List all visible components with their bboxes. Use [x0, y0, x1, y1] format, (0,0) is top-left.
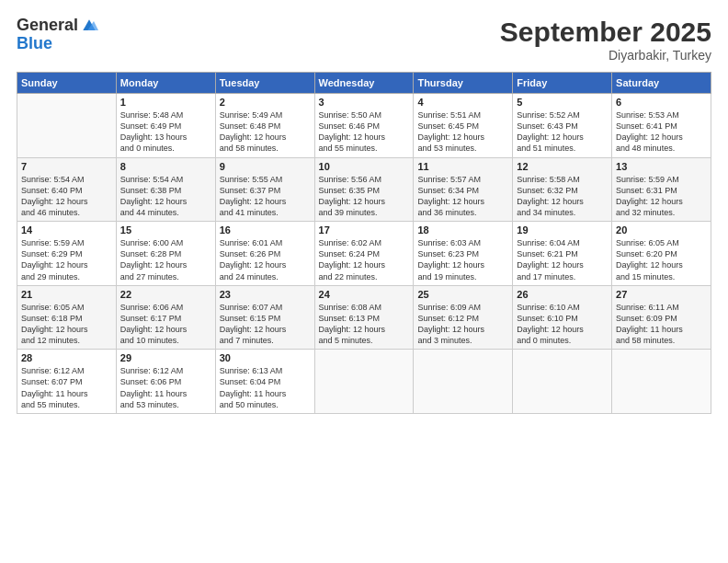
day-info: Sunrise: 6:09 AM Sunset: 6:12 PM Dayligh…: [417, 302, 508, 347]
logo-blue: Blue: [17, 35, 98, 53]
calendar-header-row: SundayMondayTuesdayWednesdayThursdayFrid…: [17, 73, 711, 94]
day-number: 25: [417, 289, 508, 300]
day-info: Sunrise: 5:57 AM Sunset: 6:34 PM Dayligh…: [417, 174, 508, 219]
day-number: 4: [417, 97, 508, 108]
calendar-cell: [612, 350, 711, 414]
calendar-cell: 21Sunrise: 6:05 AM Sunset: 6:18 PM Dayli…: [17, 285, 117, 350]
calendar-week-row: 28Sunrise: 6:12 AM Sunset: 6:07 PM Dayli…: [17, 350, 711, 414]
day-number: 8: [120, 161, 211, 172]
header: General Blue September 2025 Diyarbakir, …: [17, 17, 711, 63]
day-number: 12: [517, 161, 608, 172]
calendar-table: SundayMondayTuesdayWednesdayThursdayFrid…: [17, 72, 711, 414]
calendar-cell: 26Sunrise: 6:10 AM Sunset: 6:10 PM Dayli…: [513, 285, 612, 350]
calendar-header-monday: Monday: [116, 73, 215, 94]
calendar-cell: [314, 350, 414, 414]
day-number: 16: [220, 224, 311, 236]
calendar-cell: 8Sunrise: 5:54 AM Sunset: 6:38 PM Daylig…: [116, 157, 215, 222]
calendar-cell: 11Sunrise: 5:57 AM Sunset: 6:34 PM Dayli…: [414, 157, 513, 222]
calendar-cell: [513, 350, 612, 414]
day-number: 13: [616, 161, 707, 172]
calendar-cell: 18Sunrise: 6:03 AM Sunset: 6:23 PM Dayli…: [414, 222, 513, 286]
calendar-header-saturday: Saturday: [612, 73, 711, 94]
day-number: 26: [517, 289, 608, 300]
day-info: Sunrise: 6:08 AM Sunset: 6:13 PM Dayligh…: [319, 302, 410, 347]
calendar-cell: 27Sunrise: 6:11 AM Sunset: 6:09 PM Dayli…: [612, 285, 711, 350]
calendar-cell: [17, 94, 117, 158]
day-number: 18: [417, 224, 508, 236]
day-number: 29: [120, 352, 211, 363]
calendar-cell: 12Sunrise: 5:58 AM Sunset: 6:32 PM Dayli…: [513, 157, 612, 222]
logo-icon: [80, 17, 98, 35]
day-number: 24: [319, 289, 410, 300]
calendar-cell: 10Sunrise: 5:56 AM Sunset: 6:35 PM Dayli…: [314, 157, 414, 222]
day-number: 30: [220, 352, 311, 363]
day-info: Sunrise: 5:48 AM Sunset: 6:49 PM Dayligh…: [120, 109, 211, 155]
day-number: 15: [120, 224, 211, 236]
day-number: 10: [319, 161, 410, 172]
calendar-cell: 23Sunrise: 6:07 AM Sunset: 6:15 PM Dayli…: [215, 285, 314, 350]
calendar-cell: 19Sunrise: 6:04 AM Sunset: 6:21 PM Dayli…: [513, 222, 612, 286]
day-number: 7: [21, 161, 112, 172]
calendar-week-row: 7Sunrise: 5:54 AM Sunset: 6:40 PM Daylig…: [17, 157, 711, 222]
day-info: Sunrise: 6:05 AM Sunset: 6:18 PM Dayligh…: [21, 302, 112, 347]
day-info: Sunrise: 5:54 AM Sunset: 6:40 PM Dayligh…: [21, 174, 112, 219]
calendar-week-row: 1Sunrise: 5:48 AM Sunset: 6:49 PM Daylig…: [17, 94, 711, 158]
day-number: 19: [517, 224, 608, 236]
calendar-cell: 3Sunrise: 5:50 AM Sunset: 6:46 PM Daylig…: [314, 94, 414, 158]
day-info: Sunrise: 6:06 AM Sunset: 6:17 PM Dayligh…: [120, 302, 211, 347]
day-info: Sunrise: 6:10 AM Sunset: 6:10 PM Dayligh…: [517, 302, 608, 347]
day-number: 3: [319, 97, 410, 108]
day-number: 28: [21, 352, 112, 363]
calendar-cell: 4Sunrise: 5:51 AM Sunset: 6:45 PM Daylig…: [414, 94, 513, 158]
calendar-cell: 2Sunrise: 5:49 AM Sunset: 6:48 PM Daylig…: [215, 94, 314, 158]
calendar-cell: 6Sunrise: 5:53 AM Sunset: 6:41 PM Daylig…: [612, 94, 711, 158]
day-info: Sunrise: 5:59 AM Sunset: 6:29 PM Dayligh…: [21, 237, 112, 282]
day-info: Sunrise: 6:13 AM Sunset: 6:04 PM Dayligh…: [220, 365, 311, 410]
calendar-header-friday: Friday: [513, 73, 612, 94]
day-info: Sunrise: 5:59 AM Sunset: 6:31 PM Dayligh…: [616, 174, 707, 219]
day-info: Sunrise: 5:54 AM Sunset: 6:38 PM Dayligh…: [120, 174, 211, 219]
day-info: Sunrise: 5:51 AM Sunset: 6:45 PM Dayligh…: [417, 109, 508, 155]
day-number: 9: [220, 161, 311, 172]
calendar-cell: 7Sunrise: 5:54 AM Sunset: 6:40 PM Daylig…: [17, 157, 117, 222]
day-number: 14: [21, 224, 112, 236]
calendar-cell: 13Sunrise: 5:59 AM Sunset: 6:31 PM Dayli…: [612, 157, 711, 222]
calendar-header-sunday: Sunday: [17, 73, 117, 94]
day-number: 6: [616, 97, 707, 108]
day-info: Sunrise: 6:07 AM Sunset: 6:15 PM Dayligh…: [220, 302, 311, 347]
day-number: 5: [517, 97, 608, 108]
day-info: Sunrise: 6:11 AM Sunset: 6:09 PM Dayligh…: [616, 302, 707, 347]
title-block: September 2025 Diyarbakir, Turkey: [500, 17, 711, 63]
subtitle: Diyarbakir, Turkey: [500, 48, 711, 63]
logo-text: General Blue: [17, 17, 98, 53]
day-info: Sunrise: 6:02 AM Sunset: 6:24 PM Dayligh…: [319, 237, 410, 282]
logo-general: General: [17, 17, 78, 35]
day-info: Sunrise: 6:12 AM Sunset: 6:06 PM Dayligh…: [120, 365, 211, 410]
calendar-header-thursday: Thursday: [414, 73, 513, 94]
calendar-cell: 20Sunrise: 6:05 AM Sunset: 6:20 PM Dayli…: [612, 222, 711, 286]
calendar-cell: 24Sunrise: 6:08 AM Sunset: 6:13 PM Dayli…: [314, 285, 414, 350]
page: General Blue September 2025 Diyarbakir, …: [0, 0, 728, 563]
day-info: Sunrise: 6:00 AM Sunset: 6:28 PM Dayligh…: [120, 237, 211, 282]
day-info: Sunrise: 6:05 AM Sunset: 6:20 PM Dayligh…: [616, 237, 707, 282]
day-number: 20: [616, 224, 707, 236]
calendar-cell: 29Sunrise: 6:12 AM Sunset: 6:06 PM Dayli…: [116, 350, 215, 414]
day-info: Sunrise: 5:50 AM Sunset: 6:46 PM Dayligh…: [319, 109, 410, 155]
calendar-cell: 1Sunrise: 5:48 AM Sunset: 6:49 PM Daylig…: [116, 94, 215, 158]
calendar-header-tuesday: Tuesday: [215, 73, 314, 94]
day-info: Sunrise: 5:49 AM Sunset: 6:48 PM Dayligh…: [220, 109, 311, 155]
calendar-cell: 9Sunrise: 5:55 AM Sunset: 6:37 PM Daylig…: [215, 157, 314, 222]
calendar-cell: 17Sunrise: 6:02 AM Sunset: 6:24 PM Dayli…: [314, 222, 414, 286]
day-info: Sunrise: 5:56 AM Sunset: 6:35 PM Dayligh…: [319, 174, 410, 219]
day-info: Sunrise: 5:55 AM Sunset: 6:37 PM Dayligh…: [220, 174, 311, 219]
calendar-cell: 30Sunrise: 6:13 AM Sunset: 6:04 PM Dayli…: [215, 350, 314, 414]
day-info: Sunrise: 5:52 AM Sunset: 6:43 PM Dayligh…: [517, 109, 608, 155]
day-number: 22: [120, 289, 211, 300]
day-info: Sunrise: 6:01 AM Sunset: 6:26 PM Dayligh…: [220, 237, 311, 282]
calendar-cell: 25Sunrise: 6:09 AM Sunset: 6:12 PM Dayli…: [414, 285, 513, 350]
day-number: 23: [220, 289, 311, 300]
calendar-cell: 5Sunrise: 5:52 AM Sunset: 6:43 PM Daylig…: [513, 94, 612, 158]
day-number: 17: [319, 224, 410, 236]
day-number: 27: [616, 289, 707, 300]
calendar-cell: 15Sunrise: 6:00 AM Sunset: 6:28 PM Dayli…: [116, 222, 215, 286]
